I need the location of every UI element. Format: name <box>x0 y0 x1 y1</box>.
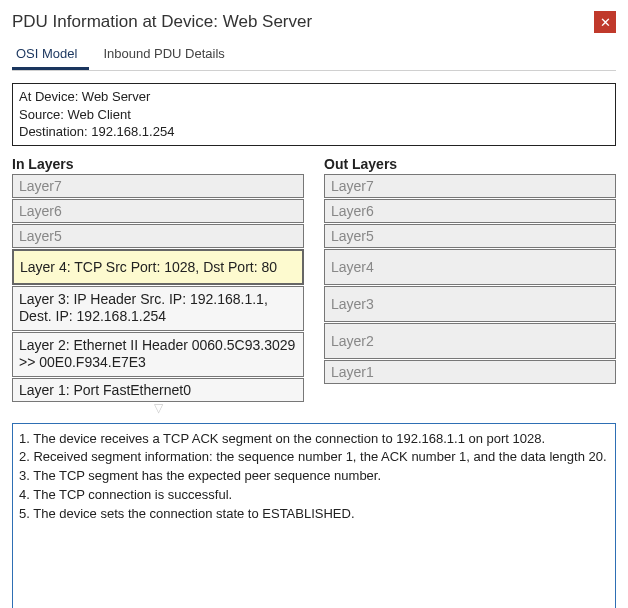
layer-arrow-hint: ▽ <box>12 401 304 409</box>
in-layer-5[interactable]: Layer5 <box>12 224 304 248</box>
in-layers-column: In Layers Layer7 Layer6 Layer5 Layer 4: … <box>12 156 304 409</box>
in-layer-7[interactable]: Layer7 <box>12 174 304 198</box>
in-layer-6[interactable]: Layer6 <box>12 199 304 223</box>
info-source: Source: Web Client <box>19 106 609 124</box>
in-layer-1[interactable]: Layer 1: Port FastEthernet0 <box>12 378 304 402</box>
title-bar: PDU Information at Device: Web Server ✕ <box>12 0 616 38</box>
layers-container: In Layers Layer7 Layer6 Layer5 Layer 4: … <box>12 156 616 409</box>
in-layer-2[interactable]: Layer 2: Ethernet II Header 0060.5C93.30… <box>12 332 304 377</box>
device-info-box: At Device: Web Server Source: Web Client… <box>12 83 616 146</box>
out-layer-5[interactable]: Layer5 <box>324 224 616 248</box>
in-layers-header: In Layers <box>12 156 304 172</box>
out-layers-header: Out Layers <box>324 156 616 172</box>
out-layer-1[interactable]: Layer1 <box>324 360 616 384</box>
in-layer-3[interactable]: Layer 3: IP Header Src. IP: 192.168.1.1,… <box>12 286 304 331</box>
pdu-process-notes: 1. The device receives a TCP ACK segment… <box>12 423 616 608</box>
close-button[interactable]: ✕ <box>594 11 616 33</box>
window-title: PDU Information at Device: Web Server <box>12 12 312 32</box>
tab-inbound-pdu-details[interactable]: Inbound PDU Details <box>99 40 236 70</box>
out-layer-7[interactable]: Layer7 <box>324 174 616 198</box>
in-layer-4[interactable]: Layer 4: TCP Src Port: 1028, Dst Port: 8… <box>12 249 304 285</box>
tab-osi-model[interactable]: OSI Model <box>12 40 89 70</box>
close-icon: ✕ <box>600 16 611 29</box>
info-device: At Device: Web Server <box>19 88 609 106</box>
out-layer-6[interactable]: Layer6 <box>324 199 616 223</box>
out-layer-2[interactable]: Layer2 <box>324 323 616 359</box>
out-layer-4[interactable]: Layer4 <box>324 249 616 285</box>
tab-bar: OSI Model Inbound PDU Details <box>12 40 616 71</box>
out-layers-column: Out Layers Layer7 Layer6 Layer5 Layer4 L… <box>324 156 616 409</box>
info-destination: Destination: 192.168.1.254 <box>19 123 609 141</box>
out-layer-3[interactable]: Layer3 <box>324 286 616 322</box>
